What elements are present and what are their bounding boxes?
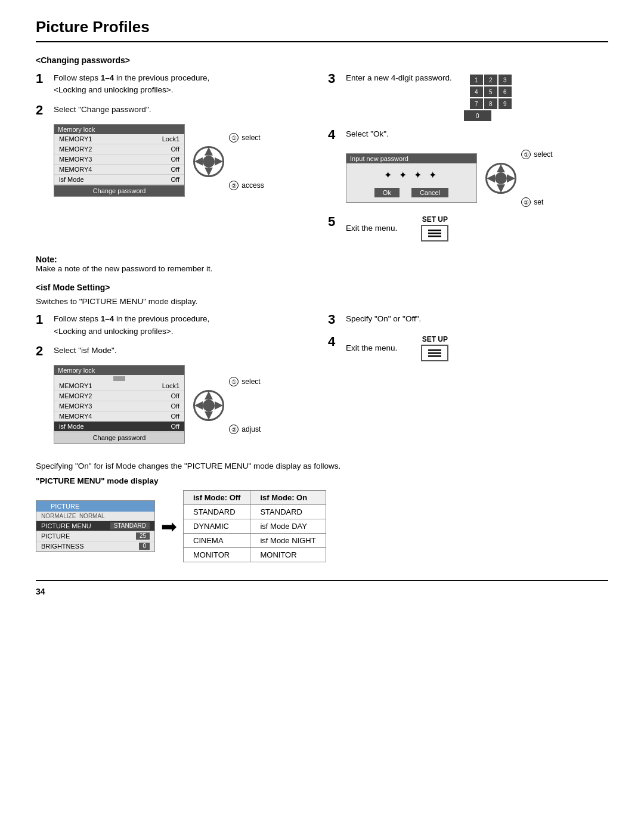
dpad-center[interactable]: [203, 156, 215, 168]
isf-memory-lock-title: Memory lock: [54, 366, 184, 375]
svg-rect-4: [428, 352, 441, 354]
setup-icon-5[interactable]: [421, 225, 448, 241]
changing-passwords-content: 1 Follow steps 1–4 in the previous proce…: [36, 71, 608, 247]
bottom-divider: [36, 580, 608, 581]
isf-step2-select-label: ① select: [229, 377, 261, 386]
step-2-row: 2 Select "Change password". Memory lock …: [36, 103, 316, 197]
step2-access-label: ② access: [229, 181, 264, 190]
setup-label-5: SET UP: [422, 215, 448, 224]
step4-dpad: [485, 163, 516, 194]
table-cell: CINEMA: [184, 534, 250, 548]
step-5-content: Exit the menu. SET UP: [346, 214, 608, 241]
table-cell: DYNAMIC: [184, 519, 250, 534]
isf-setup-label: SET UP: [422, 335, 448, 343]
step-3-number: 3: [328, 71, 346, 86]
table-cell: isf Mode DAY: [250, 519, 326, 534]
isf-memory-row-4: MEMORY4Off: [54, 411, 184, 422]
isf-step-1-text: Follow steps 1–4 in the previous procedu…: [54, 313, 316, 337]
step-2-number: 2: [36, 103, 54, 118]
isf-step-4-row: 4 Exit the menu. SET UP: [328, 334, 608, 361]
step-1-content: Follow steps 1–4 in the previous procedu…: [54, 71, 316, 97]
step2-dpad-area: ① select: [193, 127, 228, 190]
step2-dialog-combo: Memory lock MEMORY1Lock1 MEMORY2Off MEMO…: [54, 120, 316, 197]
isf-step-1-content: Follow steps 1–4 in the previous procedu…: [54, 312, 316, 337]
isf-steps-content: 1 Follow steps 1–4 in the previous proce…: [36, 312, 608, 450]
picture-row-picture: PICTURE25: [36, 531, 154, 541]
cancel-button[interactable]: Cancel: [411, 188, 448, 197]
step4-select-label: ① select: [521, 150, 553, 159]
numpad-8[interactable]: 8: [484, 98, 497, 109]
step-3-row: 3 Enter a new 4-digit password. 1 2 3 4: [328, 71, 608, 121]
changing-passwords-header: Changing passwords: [36, 55, 608, 65]
numpad-6[interactable]: 6: [499, 86, 512, 97]
isf-mode-table: isf Mode: Off isf Mode: On STANDARD STAN…: [183, 490, 326, 562]
dpad-control[interactable]: [193, 146, 224, 177]
dpad-center-2[interactable]: [495, 172, 507, 184]
arrow-right: ➡: [155, 515, 183, 538]
isf-step-2-number: 2: [36, 343, 54, 359]
numpad-2[interactable]: 2: [484, 75, 497, 85]
input-pw-dots: ✦ ✦ ✦ ✦: [346, 163, 476, 185]
page-container: Picture Profiles Changing passwords 1 Fo…: [0, 0, 644, 833]
isf-step-3-number: 3: [328, 312, 346, 327]
isf-setup-button-area: SET UP: [421, 335, 448, 361]
isf-memory-row-3: MEMORY3Off: [54, 401, 184, 411]
isf-step-3-row: 3 Specify "On" or "Off".: [328, 312, 608, 327]
picture-menu-row: PICTURE NORMALIZE NORMAL PICTURE MENUSTA…: [36, 490, 608, 562]
numpad-1[interactable]: 1: [470, 75, 483, 85]
dpad-center-isf[interactable]: [203, 400, 215, 411]
table-header-off: isf Mode: Off: [184, 491, 250, 505]
table-cell: MONITOR: [250, 548, 326, 562]
page-title: Picture Profiles: [36, 18, 608, 42]
step-4-number: 4: [328, 127, 346, 143]
picture-menu-header: "PICTURE MENU" mode display: [36, 476, 608, 485]
step-3-text: Enter a new 4-digit password.: [346, 72, 452, 84]
dpad-control-isf[interactable]: [193, 390, 224, 421]
menu-lines-icon-isf: [428, 348, 441, 358]
step-3-content: Enter a new 4-digit password. 1 2 3 4 5 …: [346, 71, 608, 121]
svg-rect-2: [428, 236, 441, 237]
isf-step-1-row: 1 Follow steps 1–4 in the previous proce…: [36, 312, 316, 337]
note-section: Note: Make a note of the new password to…: [36, 255, 608, 273]
step-5-text: Exit the menu.: [346, 222, 397, 234]
numpad-5[interactable]: 5: [484, 86, 497, 97]
isf-step-2-row: 2 Select "isf Mode". Memory lock MEMORY1…: [36, 343, 316, 444]
numpad-grid: 1 2 3 4 5 6 7 8 9: [470, 75, 512, 109]
numpad-3[interactable]: 3: [499, 75, 512, 85]
col-right-changing: 3 Enter a new 4-digit password. 1 2 3 4: [328, 71, 608, 247]
isf-memory-lock-footer: Change password: [54, 432, 184, 443]
step-1-text: Follow steps 1–4 in the previous procedu…: [54, 72, 316, 97]
isf-step2-adjust-label: ② adjust: [229, 425, 261, 434]
table-row: MONITOR MONITOR: [184, 548, 326, 562]
dpad-control-2[interactable]: [485, 163, 516, 194]
step-2-text: Select "Change password".: [54, 104, 316, 116]
normalize-row: NORMALIZE NORMAL: [36, 512, 154, 521]
svg-rect-1: [428, 233, 441, 234]
numpad-7[interactable]: 7: [470, 98, 483, 109]
step4-set-label: ② set: [521, 197, 543, 207]
step2-dpad: [193, 146, 224, 177]
numpad-4[interactable]: 4: [470, 86, 483, 97]
note-text: Make a note of the new password to remem…: [36, 264, 608, 273]
picture-menu-section: Specifying "On" for isf Mode changes the…: [36, 462, 608, 562]
step-5-row: 5 Exit the menu. SET UP: [328, 214, 608, 241]
table-row: DYNAMIC isf Mode DAY: [184, 519, 326, 534]
isf-mode-header: <isf Mode Setting>: [36, 283, 608, 292]
input-pw-title: Input new password: [346, 154, 476, 163]
note-bold: Note:: [36, 255, 608, 264]
memory-lock-title: Memory lock: [54, 125, 184, 134]
isf-col-left: 1 Follow steps 1–4 in the previous proce…: [36, 312, 316, 450]
picture-menu-row-highlighted: PICTURE MENUSTANDARD: [36, 521, 154, 531]
isf-step-1-number: 1: [36, 312, 54, 327]
col-left-changing: 1 Follow steps 1–4 in the previous proce…: [36, 71, 316, 247]
ok-button[interactable]: Ok: [374, 188, 400, 197]
isf-step2-dialog-combo: Memory lock MEMORY1Lock1 MEMORY2Off: [54, 361, 316, 444]
svg-rect-5: [428, 355, 441, 357]
table-header-on: isf Mode: On: [250, 491, 326, 505]
memory-row-2: MEMORY2Off: [54, 144, 184, 154]
memory-row-isf: isf ModeOff: [54, 175, 184, 185]
isf-setup-icon[interactable]: [421, 345, 448, 361]
memory-row-3: MEMORY3Off: [54, 154, 184, 165]
numpad-9[interactable]: 9: [499, 98, 512, 109]
numpad-0[interactable]: 0: [464, 110, 491, 121]
